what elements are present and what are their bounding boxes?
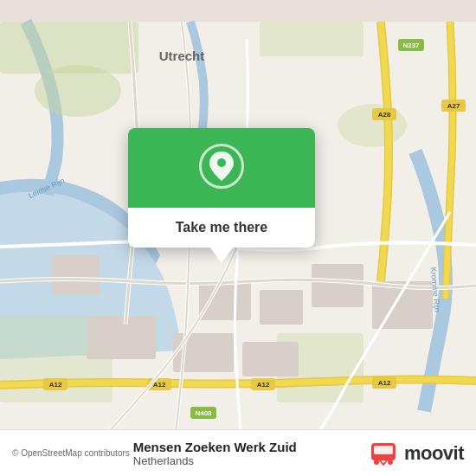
svg-text:A12: A12 xyxy=(378,379,391,387)
svg-rect-8 xyxy=(260,290,303,325)
svg-rect-3 xyxy=(260,22,363,56)
svg-point-4 xyxy=(338,104,407,147)
bottom-bar: © OpenStreetMap contributors Mensen Zoek… xyxy=(0,429,476,476)
location-country: Netherlands xyxy=(133,454,194,467)
location-pin-container xyxy=(199,144,244,189)
svg-text:A28: A28 xyxy=(378,111,391,119)
svg-point-2 xyxy=(35,65,121,117)
moovit-icon xyxy=(368,438,399,469)
svg-point-37 xyxy=(374,460,379,465)
svg-text:N408: N408 xyxy=(195,409,212,417)
popup-card: Take me there xyxy=(128,128,315,248)
svg-rect-7 xyxy=(199,281,251,320)
svg-text:Utrecht: Utrecht xyxy=(159,48,205,63)
svg-text:A12: A12 xyxy=(49,381,62,389)
svg-text:A12: A12 xyxy=(257,381,270,389)
map-attribution: © OpenStreetMap contributors xyxy=(12,448,130,458)
svg-point-38 xyxy=(388,460,393,465)
svg-point-34 xyxy=(217,158,226,167)
svg-rect-10 xyxy=(312,264,363,307)
moovit-logo: moovit xyxy=(368,438,464,469)
location-info: Mensen Zoeken Werk Zuid Netherlands xyxy=(130,440,368,467)
svg-rect-9 xyxy=(87,316,156,359)
svg-rect-12 xyxy=(242,342,299,376)
svg-text:A27: A27 xyxy=(447,102,460,110)
svg-rect-36 xyxy=(374,446,393,454)
take-me-there-button[interactable]: Take me there xyxy=(128,208,315,248)
moovit-brand-text: moovit xyxy=(404,442,464,465)
location-pin-icon xyxy=(209,151,235,181)
svg-text:N237: N237 xyxy=(402,42,420,49)
map-container: A12 A12 A12 A12 A28 A27 N237 N408 xyxy=(0,0,476,476)
svg-rect-14 xyxy=(52,255,100,294)
location-name: Mensen Zoeken Werk Zuid xyxy=(133,440,297,454)
